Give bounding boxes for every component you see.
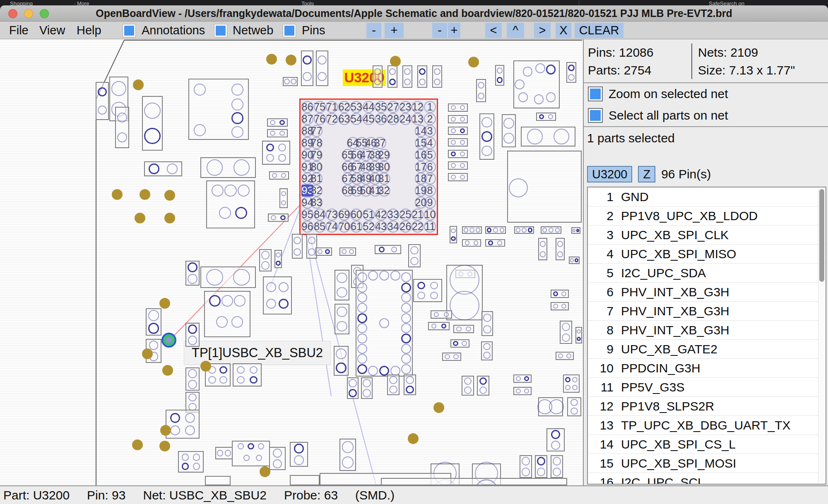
chip-pin[interactable]: 23 — [400, 101, 412, 113]
chip-pin[interactable]: 95 — [301, 209, 313, 221]
list-item[interactable]: 2PP1V8_UPC_XB_LDOD — [588, 206, 826, 226]
menu-view[interactable]: View — [39, 22, 65, 39]
chip-pin[interactable]: 45 — [363, 113, 375, 125]
component[interactable] — [513, 60, 560, 108]
component[interactable] — [268, 214, 289, 222]
component[interactable] — [569, 257, 580, 264]
list-item[interactable]: 5I2C_UPC_SDA — [588, 264, 826, 283]
component[interactable] — [408, 244, 421, 267]
chip-pin[interactable]: 78 — [310, 137, 323, 149]
component[interactable] — [520, 455, 532, 478]
component[interactable] — [507, 151, 582, 223]
component[interactable] — [541, 226, 561, 234]
component[interactable] — [546, 428, 565, 451]
chip-pin[interactable]: 73 — [326, 209, 338, 221]
component[interactable] — [206, 180, 255, 228]
component[interactable] — [521, 127, 575, 146]
component[interactable] — [476, 79, 486, 102]
component[interactable] — [263, 276, 292, 314]
close-window-button[interactable] — [8, 9, 17, 18]
component[interactable] — [485, 226, 506, 234]
chip-pin[interactable]: 30 — [378, 161, 390, 173]
chip-pin[interactable]: 86 — [301, 101, 313, 113]
component[interactable] — [448, 173, 468, 181]
menu-help[interactable]: Help — [77, 22, 101, 39]
component[interactable] — [316, 50, 328, 86]
component[interactable] — [301, 50, 313, 86]
chip-pin[interactable]: 42 — [375, 209, 387, 221]
list-item[interactable]: 12PP1V8_SLPS2R — [588, 397, 826, 416]
component[interactable] — [279, 188, 288, 208]
minimize-window-button[interactable] — [24, 9, 33, 18]
component[interactable] — [450, 226, 457, 243]
component[interactable] — [538, 397, 563, 416]
component[interactable] — [232, 441, 270, 466]
component[interactable] — [551, 290, 569, 298]
pan-up-button[interactable]: ^ — [507, 23, 524, 38]
component[interactable] — [450, 339, 469, 348]
component[interactable] — [551, 455, 563, 478]
list-item[interactable]: 8PHV_INT_XB_G3H — [588, 321, 826, 340]
chip-pin[interactable]: 62 — [338, 101, 350, 113]
component[interactable] — [462, 239, 481, 247]
component[interactable] — [166, 410, 200, 439]
chip-pin[interactable]: 12 — [412, 101, 424, 113]
chip-pin[interactable]: 87 — [301, 113, 313, 125]
component[interactable] — [339, 439, 356, 471]
zoom-window-button[interactable] — [40, 9, 49, 18]
chip-pin[interactable]: 71 — [326, 101, 338, 113]
chip-pin[interactable]: 54 — [350, 113, 362, 125]
component[interactable] — [356, 270, 413, 377]
zoom-on-net-checkbox[interactable] — [588, 86, 603, 101]
component[interactable] — [96, 82, 109, 120]
component[interactable] — [535, 455, 547, 478]
component[interactable] — [274, 250, 282, 268]
component[interactable] — [402, 65, 412, 88]
component[interactable] — [178, 451, 204, 473]
component[interactable] — [462, 376, 474, 396]
pan-right-button[interactable]: > — [534, 23, 551, 38]
component[interactable] — [267, 129, 288, 137]
part-name-button[interactable]: U3200 — [587, 166, 632, 182]
component[interactable] — [560, 321, 572, 344]
chip-pin[interactable]: 35 — [375, 101, 387, 113]
pin-net-list[interactable]: 1GND2PP1V8_UPC_XB_LDOD3UPC_XB_SPI_CLK4UP… — [587, 187, 826, 485]
chip-pin[interactable]: 83 — [310, 197, 323, 209]
component[interactable] — [495, 65, 504, 86]
component[interactable] — [431, 310, 452, 319]
component[interactable] — [188, 79, 249, 140]
component[interactable] — [442, 353, 461, 361]
chip-pin[interactable]: 51 — [363, 209, 375, 221]
component[interactable] — [387, 374, 400, 395]
pins-label[interactable]: Pins — [302, 22, 325, 39]
component[interactable] — [292, 234, 303, 259]
chip-pin[interactable]: 32 — [378, 185, 390, 197]
chip-pin[interactable]: 22 — [412, 221, 424, 233]
test-point-probe[interactable] — [161, 333, 176, 348]
chip-pin[interactable]: 7 — [424, 173, 436, 185]
component[interactable] — [413, 279, 442, 302]
mirror-button[interactable]: X — [556, 23, 571, 38]
clear-button[interactable]: CLEAR — [575, 23, 623, 38]
list-item[interactable]: 14UPC_XB_SPI_CS_L — [588, 435, 826, 454]
chip-pin[interactable]: 69 — [338, 209, 350, 221]
chip-pin[interactable]: 4 — [424, 137, 436, 149]
component[interactable] — [185, 261, 200, 286]
chip-pin[interactable]: 74 — [326, 221, 338, 233]
component[interactable] — [200, 266, 256, 288]
list-item[interactable]: 10PPDCIN_G3H — [588, 359, 826, 378]
list-item[interactable]: 16I2C_UPC_SCL — [588, 473, 826, 485]
annotations-checkbox[interactable] — [123, 24, 136, 37]
zoom-out-button[interactable]: - — [366, 23, 381, 38]
component[interactable] — [453, 325, 474, 333]
component[interactable] — [200, 157, 256, 178]
list-item[interactable]: 13TP_UPC_XB_DBG_UART_TX — [588, 416, 826, 435]
list-item[interactable]: 7PHV_INT_XB_G3H — [588, 302, 826, 321]
chip-pin[interactable]: 1 — [424, 101, 436, 113]
component[interactable] — [481, 341, 493, 360]
chip-pin[interactable]: 21 — [412, 209, 424, 221]
chip-pin[interactable]: 63 — [338, 113, 350, 125]
chip-pin[interactable]: 6 — [424, 161, 436, 173]
chip-pin[interactable]: 27 — [387, 101, 399, 113]
chip-pin[interactable]: 84 — [314, 209, 326, 221]
